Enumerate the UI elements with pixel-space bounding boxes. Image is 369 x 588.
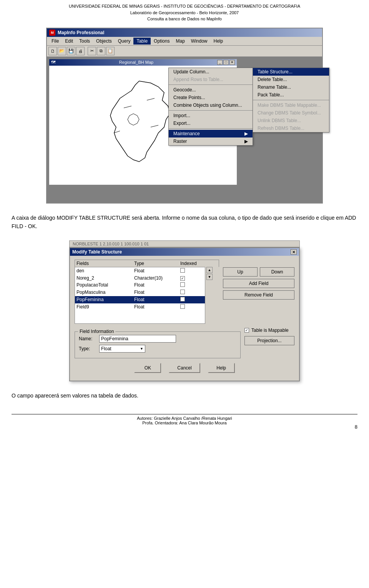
checkbox-popmasculina[interactable] [180, 290, 185, 294]
add-field-button[interactable]: Add Field [223, 279, 294, 288]
menu-export[interactable]: Export... [169, 119, 253, 127]
field-type-popfeminina: Float [134, 297, 180, 303]
toolbar-print[interactable]: 🖨 [76, 47, 85, 55]
field-row-field9[interactable]: Field9 Float [75, 303, 205, 311]
field-name-field9: Field9 [76, 304, 134, 310]
sub-window-title-bar: 🗺 Regional_BH Map _ □ ✕ [49, 59, 237, 66]
dialog-content: Fields Type Indexed den Float [70, 256, 299, 381]
checkbox-noreg2[interactable] [180, 276, 185, 281]
menu-query[interactable]: Query [115, 38, 134, 45]
menu-objects[interactable]: Objects [93, 38, 115, 45]
menu-import[interactable]: Import... [169, 112, 253, 119]
mappable-row: Table is Mappable [244, 328, 294, 333]
menu-create-points[interactable]: Create Points... [169, 94, 253, 101]
menu-raster[interactable]: Raster▶ [169, 137, 253, 145]
help-button[interactable]: Help [208, 363, 235, 373]
field-row-noreg2[interactable]: Noreg_2 Character(10) [75, 275, 205, 282]
field-indexed-den [180, 268, 203, 274]
dialog-title: Modify Table Structure [72, 249, 122, 255]
field-name-populacaototal: PopulacaoTotal [76, 282, 134, 288]
cancel-button[interactable]: Cancel [169, 363, 200, 373]
dialog-close-button[interactable]: ✕ [291, 249, 297, 255]
field-type-den: Float [134, 268, 180, 274]
remove-field-button[interactable]: Remove Field [223, 290, 294, 300]
menu-file[interactable]: File [48, 38, 62, 45]
menu-bar: File Edit Tools Objects Query Table Opti… [47, 37, 322, 46]
header-line3: Consulta a banco de Dados no MapInfo [8, 16, 361, 22]
footer-line2: Profa. Orientadora: Ana Clara Mourão Mou… [0, 421, 369, 425]
submenu-pack-table[interactable]: Pack Table... [253, 91, 329, 99]
mappable-checkbox[interactable] [244, 328, 249, 333]
type-select[interactable]: Float ▼ [99, 345, 145, 353]
close-btn[interactable]: ✕ [229, 60, 235, 65]
field-row-den[interactable]: den Float [75, 267, 205, 275]
projection-button[interactable]: Projection... [244, 336, 294, 345]
name-input[interactable] [99, 335, 176, 343]
toolbar-save[interactable]: 💾 [67, 47, 75, 55]
menu-append-rows[interactable]: Append Rows to Table... [169, 76, 253, 83]
menu-options[interactable]: Options [151, 38, 173, 45]
down-button[interactable]: Down [260, 267, 294, 277]
toolbar-paste[interactable]: 📋 [106, 47, 115, 55]
menu-window[interactable]: Window [188, 38, 211, 45]
page-header: UNIVERSIDADE FEDERAL DE MINAS GERAIS - I… [0, 0, 369, 24]
page-number: 8 [355, 424, 357, 430]
maximize-btn[interactable]: □ [223, 60, 229, 65]
toolbar-new[interactable]: 🗋 [48, 47, 57, 55]
menu-table[interactable]: Table [133, 38, 151, 45]
type-value: Float [101, 346, 111, 351]
checkbox-field9[interactable] [180, 304, 185, 309]
field-name-popmasculina: PopMasculina [76, 290, 134, 295]
field-name-den: den [76, 268, 134, 274]
table-dropdown-menu: Update Column... Append Rows to Table...… [168, 68, 253, 146]
menu-maintenance[interactable]: Maintenance▶ [169, 130, 253, 137]
type-label: Type: [79, 346, 96, 351]
scroll-up-arrow[interactable]: ▲ [206, 267, 213, 273]
checkbox-populacaototal[interactable] [180, 282, 185, 287]
field-name-noreg2: Noreg_2 [76, 275, 134, 281]
scroll-arrows: ▲ ▼ [206, 267, 213, 324]
field-row-popmasculina[interactable]: PopMasculina Float [75, 289, 205, 296]
submenu-delete-table[interactable]: Delete Table... [253, 76, 329, 83]
field-info-right: Table is Mappable Projection... [244, 328, 294, 358]
sub-window-controls: _ □ ✕ [217, 60, 235, 65]
fields-right-buttons: Up Down Add Field Remove Field [223, 260, 294, 324]
fields-list[interactable]: den Float Noreg_2 Character(10) Populaca… [75, 267, 205, 324]
menu-map[interactable]: Map [173, 38, 188, 45]
footer-area: Autores: Grazielle Anjos Carvalho /Renat… [0, 414, 369, 433]
checkbox-den[interactable] [180, 268, 185, 273]
field-info-group: Field Information Name: Type: Float ▼ [75, 331, 241, 358]
minimize-btn[interactable]: _ [217, 60, 223, 65]
type-row: Type: Float ▼ [79, 345, 236, 353]
menu-update-column[interactable]: Update Column... [169, 68, 253, 76]
menu-help[interactable]: Help [211, 38, 226, 45]
field-indexed-popmasculina [180, 290, 203, 295]
menu-combine-objects[interactable]: Combine Objects using Column... [169, 101, 253, 109]
menu-tools[interactable]: Tools [76, 38, 93, 45]
toolbar-cut[interactable]: ✂ [88, 47, 96, 55]
mapinfo-icon: M [49, 30, 55, 36]
header-indexed: Indexed [180, 261, 203, 266]
field-row-populacaototal[interactable]: PopulacaoTotal Float [75, 282, 205, 289]
up-button[interactable]: Up [223, 267, 258, 277]
field-type-populacaototal: Float [134, 282, 180, 288]
text-section-2: O campo aparecerá sem valores na tabela … [0, 385, 369, 406]
scroll-down-arrow[interactable]: ▼ [206, 274, 213, 280]
checkbox-popfeminina[interactable] [180, 297, 185, 301]
toolbar-copy[interactable]: ⧉ [97, 47, 105, 55]
menu-geocode[interactable]: Geocode... [169, 86, 253, 94]
toolbar-open[interactable]: 📂 [58, 47, 66, 55]
mapinfo-screenshot: M MapInfo Professional File Edit Tools O… [46, 28, 323, 204]
field-row-popfeminina[interactable]: PopFeminina Float [75, 296, 205, 303]
fields-table-header: Fields Type Indexed [75, 260, 219, 267]
mapinfo-title-bar: M MapInfo Professional [47, 28, 322, 37]
menu-edit[interactable]: Edit [62, 38, 76, 45]
submenu-table-structure[interactable]: Table Structure... [253, 68, 329, 76]
ok-button[interactable]: OK [134, 363, 161, 373]
select-arrow-icon: ▼ [140, 347, 143, 351]
text1: A caixa de diálogo MODIFY TABLE STRUCTUR… [12, 215, 356, 229]
submenu-rename-table[interactable]: Rename Table... [253, 83, 329, 91]
field-indexed-populacaototal [180, 282, 203, 288]
submenu-refresh-dbms: Refresh DBMS Table... [253, 124, 329, 132]
field-info-area: Field Information Name: Type: Float ▼ [75, 328, 294, 358]
